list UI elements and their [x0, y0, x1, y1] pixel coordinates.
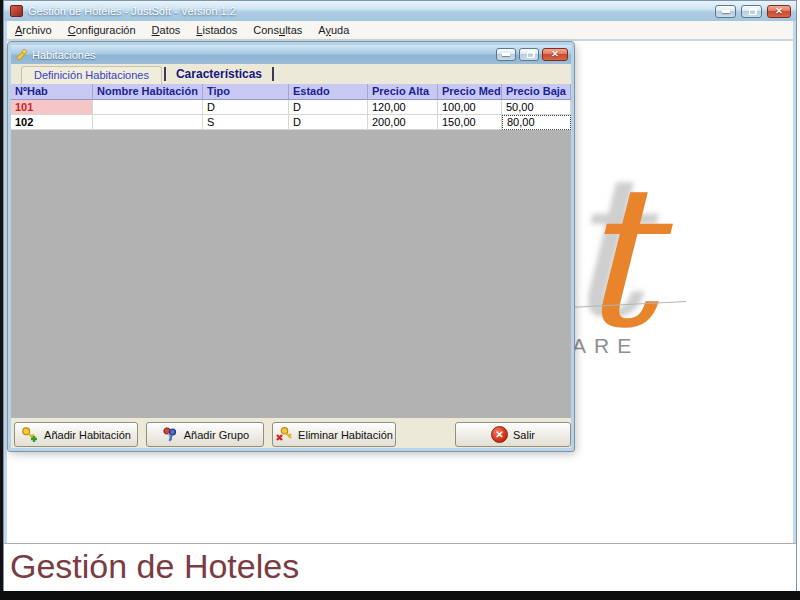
add-group-button[interactable]: Añadir Grupo [146, 422, 264, 447]
key-delete-icon [275, 426, 293, 444]
habitaciones-window-title: Habitaciones [32, 49, 96, 61]
minimize-icon [502, 53, 510, 56]
grid-header-row: NºHabNombre HabitaciónTipoEstadoPrecio A… [11, 84, 571, 100]
page-title: Gestión de Hoteles [10, 547, 299, 586]
restore-icon [527, 52, 534, 58]
close-icon: ✕ [775, 7, 783, 16]
delete-room-button[interactable]: Eliminar Habitación [272, 422, 396, 447]
add-room-button[interactable]: Añadir Habitación [14, 422, 138, 447]
table-cell[interactable]: 150,00 [438, 115, 502, 130]
restore-button[interactable] [741, 5, 762, 18]
tab-caracteristicas[interactable]: Características [168, 65, 270, 84]
tab-bar: Definición Habitaciones Características [11, 64, 571, 84]
status-band: Gestión de Hoteles [4, 543, 796, 591]
column-header[interactable]: Estado [289, 84, 368, 100]
menu-item-consultas[interactable]: Consultas [245, 22, 310, 38]
table-cell[interactable] [93, 100, 203, 115]
main-titlebar[interactable]: Gestión de Hoteles - JustSoft - Versión … [4, 1, 796, 21]
table-cell[interactable]: 102 [11, 115, 93, 130]
table-row[interactable]: 101DD120,00100,0050,00 [11, 100, 571, 115]
screen: Gestión de Hoteles - JustSoft - Versión … [0, 0, 800, 600]
table-row[interactable]: 102SD200,00150,0080,00 [11, 115, 571, 130]
habitaciones-content: Definición Habitaciones Características … [11, 64, 571, 448]
habitaciones-titlebar[interactable]: Habitaciones ✕ [11, 45, 571, 64]
tab-separator [164, 67, 166, 81]
minimize-button[interactable] [715, 5, 736, 18]
key-plus-icon [21, 426, 39, 444]
child-close-button[interactable]: ✕ [542, 48, 568, 61]
menu-item-listados[interactable]: Listados [188, 22, 245, 38]
close-icon: ✕ [551, 50, 559, 59]
screen-edge-left [0, 0, 3, 600]
table-cell[interactable]: D [203, 100, 289, 115]
menu-item-ayuda[interactable]: Ayuda [310, 22, 357, 38]
table-cell[interactable]: D [289, 100, 368, 115]
button-bar: Añadir Habitación Añadir Grupo [11, 418, 571, 448]
table-cell[interactable]: 50,00 [502, 100, 571, 115]
exit-icon: ✕ [491, 426, 508, 443]
app-icon [10, 5, 23, 17]
table-cell[interactable]: 200,00 [368, 115, 438, 130]
button-label: Añadir Grupo [184, 429, 249, 441]
minimize-icon [722, 10, 730, 13]
menu-item-configuracin[interactable]: Configuración [60, 22, 144, 38]
restore-icon [749, 9, 756, 15]
button-label: Salir [513, 429, 535, 441]
column-header[interactable]: Tipo [203, 84, 289, 100]
rooms-grid[interactable]: NºHabNombre HabitaciónTipoEstadoPrecio A… [11, 84, 571, 418]
table-cell[interactable]: 120,00 [368, 100, 438, 115]
habitaciones-window: Habitaciones ✕ Definición Habitaciones C… [8, 42, 574, 451]
column-header[interactable]: Precio Baja [502, 84, 571, 100]
tab-separator [272, 67, 274, 81]
main-caption-buttons: ✕ [715, 5, 791, 18]
table-cell[interactable]: S [203, 115, 289, 130]
menu-item-datos[interactable]: Datos [144, 22, 189, 38]
column-header[interactable]: NºHab [11, 84, 93, 100]
child-caption-buttons: ✕ [496, 48, 568, 61]
grid-body: 101DD120,00100,0050,00102SD200,00150,008… [11, 100, 571, 130]
column-header[interactable]: Nombre Habitación [93, 84, 203, 100]
main-window-title: Gestión de Hoteles - JustSoft - Versión … [28, 5, 236, 17]
menu-bar: ArchivoConfiguraciónDatosListadosConsult… [7, 21, 793, 40]
tab-definicion-habitaciones[interactable]: Definición Habitaciones [21, 66, 162, 84]
exit-button[interactable]: ✕ Salir [455, 422, 571, 447]
logo-fragment-text: ARE [572, 334, 639, 358]
table-cell[interactable]: D [289, 115, 368, 130]
button-label: Eliminar Habitación [298, 429, 393, 441]
column-header[interactable]: Precio Media [438, 84, 502, 100]
menu-item-archivo[interactable]: Archivo [7, 22, 60, 38]
keys-icon [161, 426, 179, 444]
table-cell[interactable] [93, 115, 203, 130]
button-label: Añadir Habitación [44, 429, 131, 441]
table-cell[interactable]: 101 [11, 100, 93, 115]
habitaciones-window-icon [15, 48, 28, 61]
child-minimize-button[interactable] [496, 48, 516, 61]
table-cell[interactable]: 100,00 [438, 100, 502, 115]
screen-edge-bottom [0, 591, 800, 600]
table-cell[interactable]: 80,00 [502, 115, 571, 130]
child-restore-button[interactable] [519, 48, 539, 61]
column-header[interactable]: Precio Alta [368, 84, 438, 100]
close-button[interactable]: ✕ [767, 5, 791, 18]
